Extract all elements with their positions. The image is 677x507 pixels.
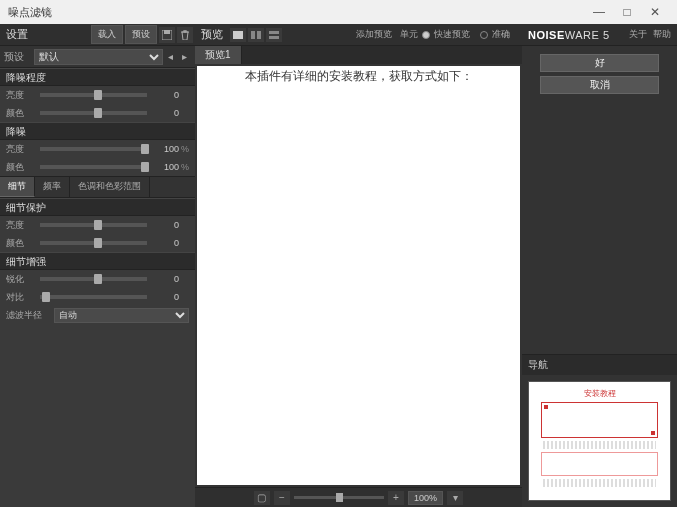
noise-level-color-slider[interactable]: 颜色 0 xyxy=(0,104,195,122)
preset-button[interactable]: 预设 xyxy=(125,25,157,44)
section-detail-protect: 细节保护 xyxy=(0,198,195,216)
ok-button[interactable]: 好 xyxy=(540,54,659,72)
document-content: 本插件有详细的安装教程，获取方式如下： xyxy=(245,66,473,85)
svg-rect-6 xyxy=(269,36,279,39)
navigator-header: 导航 xyxy=(522,355,677,375)
titlebar: 噪点滤镜 — □ ✕ xyxy=(0,0,677,24)
document-tab[interactable]: 预览1 xyxy=(195,46,242,64)
preset-next-icon[interactable]: ▸ xyxy=(177,51,191,62)
tab-tone-color[interactable]: 色调和色彩范围 xyxy=(70,177,150,197)
maximize-button[interactable]: □ xyxy=(613,5,641,19)
filter-radius-select[interactable]: 自动 xyxy=(54,308,189,323)
close-button[interactable]: ✕ xyxy=(641,5,669,19)
quick-preview-radio[interactable] xyxy=(422,31,430,39)
tab-frequency[interactable]: 频率 xyxy=(35,177,70,197)
svg-rect-4 xyxy=(257,31,261,39)
window-title: 噪点滤镜 xyxy=(8,5,585,20)
svg-rect-3 xyxy=(251,31,255,39)
noise-level-luminance-slider[interactable]: 亮度 0 xyxy=(0,86,195,104)
right-panel: NOISEWARE 5 关于 帮助 好 取消 导航 安装教程 xyxy=(522,24,677,507)
preview-canvas[interactable]: 本插件有详细的安装教程，获取方式如下： xyxy=(197,66,520,485)
load-button[interactable]: 载入 xyxy=(91,25,123,44)
detail-protect-luminance-slider[interactable]: 亮度 0 xyxy=(0,216,195,234)
svg-rect-1 xyxy=(164,30,170,34)
single-view-button[interactable]: 单元 xyxy=(400,28,418,41)
svg-rect-5 xyxy=(269,31,279,34)
zoom-value[interactable]: 100% xyxy=(408,491,443,505)
filter-radius-label: 滤波半径 xyxy=(6,309,54,322)
brand-label: NOISEWARE 5 xyxy=(522,29,616,41)
help-link[interactable]: 帮助 xyxy=(653,28,671,41)
zoom-out-icon[interactable]: − xyxy=(274,491,290,505)
trash-icon[interactable] xyxy=(177,27,193,43)
zoom-in-icon[interactable]: + xyxy=(388,491,404,505)
noise-reduce-luminance-slider[interactable]: 亮度 100% xyxy=(0,140,195,158)
save-icon[interactable] xyxy=(159,27,175,43)
zoom-fit-icon[interactable]: ▢ xyxy=(254,491,270,505)
preset-select[interactable]: 默认 xyxy=(34,49,163,65)
tab-detail[interactable]: 细节 xyxy=(0,177,35,197)
noise-reduce-color-slider[interactable]: 颜色 100% xyxy=(0,158,195,176)
section-noise-level: 降噪程度 xyxy=(0,68,195,86)
zoom-dropdown-icon[interactable]: ▾ xyxy=(447,491,463,505)
viewmode-split-v-icon[interactable] xyxy=(266,28,282,42)
about-link[interactable]: 关于 xyxy=(629,28,647,41)
sharpen-slider[interactable]: 锐化 0 xyxy=(0,270,195,288)
section-noise-reduce: 降噪 xyxy=(0,122,195,140)
settings-header: 设置 xyxy=(0,27,34,42)
minimize-button[interactable]: — xyxy=(585,5,613,19)
preset-prev-icon[interactable]: ◂ xyxy=(163,51,177,62)
viewmode-single-icon[interactable] xyxy=(230,28,246,42)
navigator-thumbnail[interactable]: 安装教程 xyxy=(528,381,671,501)
detail-protect-color-slider[interactable]: 颜色 0 xyxy=(0,234,195,252)
contrast-slider[interactable]: 对比 0 xyxy=(0,288,195,306)
cancel-button[interactable]: 取消 xyxy=(540,76,659,94)
preset-label: 预设 xyxy=(4,50,34,64)
zoom-slider[interactable] xyxy=(294,496,384,499)
add-preview-button[interactable]: 添加预览 xyxy=(356,28,392,41)
settings-panel: 设置 载入 预设 预设 默认 ◂ ▸ 降噪程度 亮度 0 颜色 0 降噪 亮度 xyxy=(0,24,195,507)
svg-rect-2 xyxy=(233,31,243,39)
detail-tabs: 细节 频率 色调和色彩范围 xyxy=(0,176,195,198)
preview-panel: 预览 添加预览 单元 快速预览 准确 预览1 本插件有详细的安装教程，获取方式如… xyxy=(195,24,522,507)
preview-header: 预览 xyxy=(195,27,229,42)
section-detail-enhance: 细节增强 xyxy=(0,252,195,270)
accurate-preview-radio[interactable] xyxy=(480,31,488,39)
viewmode-split-h-icon[interactable] xyxy=(248,28,264,42)
